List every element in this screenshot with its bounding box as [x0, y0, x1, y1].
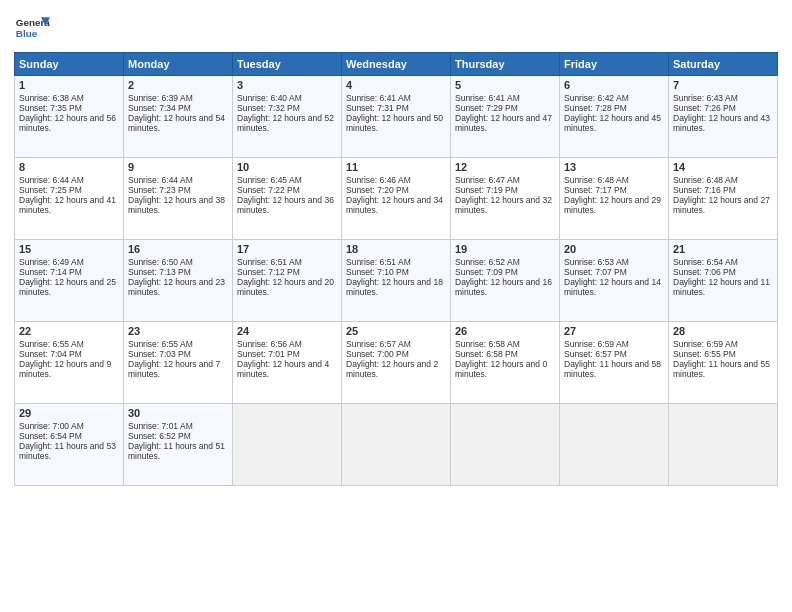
sunset-text: Sunset: 7:06 PM: [673, 267, 736, 277]
day-number: 1: [19, 79, 119, 91]
day-number: 21: [673, 243, 773, 255]
daylight-text: Daylight: 12 hours and 29 minutes.: [564, 195, 661, 215]
daylight-text: Daylight: 12 hours and 7 minutes.: [128, 359, 220, 379]
calendar-cell: 25Sunrise: 6:57 AMSunset: 7:00 PMDayligh…: [342, 322, 451, 404]
sunset-text: Sunset: 7:19 PM: [455, 185, 518, 195]
header-row: SundayMondayTuesdayWednesdayThursdayFrid…: [15, 53, 778, 76]
day-number: 18: [346, 243, 446, 255]
logo: General Blue: [14, 10, 50, 46]
calendar-cell: 11Sunrise: 6:46 AMSunset: 7:20 PMDayligh…: [342, 158, 451, 240]
day-number: 9: [128, 161, 228, 173]
sunrise-text: Sunrise: 6:59 AM: [673, 339, 738, 349]
sunset-text: Sunset: 7:31 PM: [346, 103, 409, 113]
calendar-cell: 2Sunrise: 6:39 AMSunset: 7:34 PMDaylight…: [124, 76, 233, 158]
calendar-cell: 16Sunrise: 6:50 AMSunset: 7:13 PMDayligh…: [124, 240, 233, 322]
day-number: 25: [346, 325, 446, 337]
day-number: 19: [455, 243, 555, 255]
calendar-table: SundayMondayTuesdayWednesdayThursdayFrid…: [14, 52, 778, 486]
calendar-cell: 17Sunrise: 6:51 AMSunset: 7:12 PMDayligh…: [233, 240, 342, 322]
calendar-cell: 3Sunrise: 6:40 AMSunset: 7:32 PMDaylight…: [233, 76, 342, 158]
calendar-cell: 19Sunrise: 6:52 AMSunset: 7:09 PMDayligh…: [451, 240, 560, 322]
day-number: 16: [128, 243, 228, 255]
sunrise-text: Sunrise: 6:54 AM: [673, 257, 738, 267]
sunset-text: Sunset: 7:20 PM: [346, 185, 409, 195]
day-number: 17: [237, 243, 337, 255]
daylight-text: Daylight: 12 hours and 20 minutes.: [237, 277, 334, 297]
sunset-text: Sunset: 7:10 PM: [346, 267, 409, 277]
day-number: 23: [128, 325, 228, 337]
sunset-text: Sunset: 6:58 PM: [455, 349, 518, 359]
sunrise-text: Sunrise: 6:59 AM: [564, 339, 629, 349]
calendar-cell: 20Sunrise: 6:53 AMSunset: 7:07 PMDayligh…: [560, 240, 669, 322]
sunset-text: Sunset: 7:04 PM: [19, 349, 82, 359]
sunset-text: Sunset: 7:25 PM: [19, 185, 82, 195]
week-row-2: 15Sunrise: 6:49 AMSunset: 7:14 PMDayligh…: [15, 240, 778, 322]
day-number: 28: [673, 325, 773, 337]
day-number: 3: [237, 79, 337, 91]
sunset-text: Sunset: 7:14 PM: [19, 267, 82, 277]
daylight-text: Daylight: 12 hours and 14 minutes.: [564, 277, 661, 297]
sunset-text: Sunset: 7:00 PM: [346, 349, 409, 359]
sunset-text: Sunset: 7:35 PM: [19, 103, 82, 113]
sunset-text: Sunset: 7:16 PM: [673, 185, 736, 195]
daylight-text: Daylight: 12 hours and 0 minutes.: [455, 359, 547, 379]
day-number: 6: [564, 79, 664, 91]
calendar-cell: 13Sunrise: 6:48 AMSunset: 7:17 PMDayligh…: [560, 158, 669, 240]
sunrise-text: Sunrise: 6:57 AM: [346, 339, 411, 349]
sunset-text: Sunset: 7:29 PM: [455, 103, 518, 113]
week-row-1: 8Sunrise: 6:44 AMSunset: 7:25 PMDaylight…: [15, 158, 778, 240]
daylight-text: Daylight: 12 hours and 54 minutes.: [128, 113, 225, 133]
calendar-cell: [451, 404, 560, 486]
week-row-4: 29Sunrise: 7:00 AMSunset: 6:54 PMDayligh…: [15, 404, 778, 486]
day-number: 7: [673, 79, 773, 91]
daylight-text: Daylight: 12 hours and 25 minutes.: [19, 277, 116, 297]
daylight-text: Daylight: 11 hours and 58 minutes.: [564, 359, 661, 379]
day-number: 11: [346, 161, 446, 173]
sunrise-text: Sunrise: 6:52 AM: [455, 257, 520, 267]
calendar-cell: 14Sunrise: 6:48 AMSunset: 7:16 PMDayligh…: [669, 158, 778, 240]
sunrise-text: Sunrise: 6:43 AM: [673, 93, 738, 103]
calendar-cell: 29Sunrise: 7:00 AMSunset: 6:54 PMDayligh…: [15, 404, 124, 486]
daylight-text: Daylight: 12 hours and 47 minutes.: [455, 113, 552, 133]
calendar-cell: 26Sunrise: 6:58 AMSunset: 6:58 PMDayligh…: [451, 322, 560, 404]
calendar-cell: 30Sunrise: 7:01 AMSunset: 6:52 PMDayligh…: [124, 404, 233, 486]
daylight-text: Daylight: 12 hours and 16 minutes.: [455, 277, 552, 297]
daylight-text: Daylight: 12 hours and 32 minutes.: [455, 195, 552, 215]
calendar-cell: [560, 404, 669, 486]
calendar-cell: 6Sunrise: 6:42 AMSunset: 7:28 PMDaylight…: [560, 76, 669, 158]
header-cell-monday: Monday: [124, 53, 233, 76]
day-number: 22: [19, 325, 119, 337]
sunrise-text: Sunrise: 6:42 AM: [564, 93, 629, 103]
day-number: 4: [346, 79, 446, 91]
daylight-text: Daylight: 11 hours and 53 minutes.: [19, 441, 116, 461]
sunrise-text: Sunrise: 6:44 AM: [128, 175, 193, 185]
calendar-cell: 7Sunrise: 6:43 AMSunset: 7:26 PMDaylight…: [669, 76, 778, 158]
week-row-0: 1Sunrise: 6:38 AMSunset: 7:35 PMDaylight…: [15, 76, 778, 158]
sunrise-text: Sunrise: 6:48 AM: [673, 175, 738, 185]
header-cell-thursday: Thursday: [451, 53, 560, 76]
calendar-cell: [233, 404, 342, 486]
sunrise-text: Sunrise: 6:45 AM: [237, 175, 302, 185]
sunset-text: Sunset: 6:52 PM: [128, 431, 191, 441]
daylight-text: Daylight: 12 hours and 9 minutes.: [19, 359, 111, 379]
calendar-cell: 8Sunrise: 6:44 AMSunset: 7:25 PMDaylight…: [15, 158, 124, 240]
sunrise-text: Sunrise: 6:50 AM: [128, 257, 193, 267]
sunrise-text: Sunrise: 6:55 AM: [128, 339, 193, 349]
sunrise-text: Sunrise: 6:40 AM: [237, 93, 302, 103]
sunset-text: Sunset: 7:01 PM: [237, 349, 300, 359]
calendar-cell: 22Sunrise: 6:55 AMSunset: 7:04 PMDayligh…: [15, 322, 124, 404]
sunrise-text: Sunrise: 6:41 AM: [346, 93, 411, 103]
daylight-text: Daylight: 12 hours and 2 minutes.: [346, 359, 438, 379]
sunrise-text: Sunrise: 6:38 AM: [19, 93, 84, 103]
sunset-text: Sunset: 7:28 PM: [564, 103, 627, 113]
day-number: 8: [19, 161, 119, 173]
day-number: 30: [128, 407, 228, 419]
header-cell-sunday: Sunday: [15, 53, 124, 76]
header-cell-saturday: Saturday: [669, 53, 778, 76]
sunset-text: Sunset: 7:07 PM: [564, 267, 627, 277]
daylight-text: Daylight: 12 hours and 36 minutes.: [237, 195, 334, 215]
sunrise-text: Sunrise: 6:44 AM: [19, 175, 84, 185]
daylight-text: Daylight: 12 hours and 50 minutes.: [346, 113, 443, 133]
calendar-cell: [342, 404, 451, 486]
daylight-text: Daylight: 11 hours and 51 minutes.: [128, 441, 225, 461]
